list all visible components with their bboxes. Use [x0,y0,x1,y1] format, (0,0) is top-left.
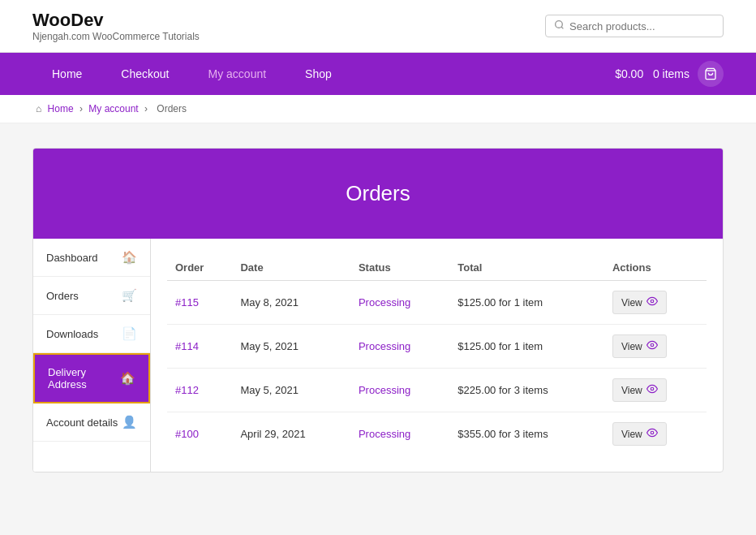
order-number: #114 [167,325,232,369]
order-status: Processing [350,325,449,369]
eye-icon [646,427,658,441]
search-icon [554,19,565,32]
cart-icon[interactable] [698,61,724,87]
svg-point-6 [651,432,654,435]
delivery-icon: 🏠 [120,371,135,386]
nav-shop[interactable]: Shop [286,53,351,95]
order-total: $125.00 for 1 item [449,281,604,325]
svg-point-4 [651,344,654,347]
orders-icon: 🛒 [122,288,137,303]
col-total: Total [449,255,604,281]
order-number: #100 [167,412,232,456]
table-row: #100 April 29, 2021 Processing $355.00 f… [167,412,707,456]
svg-point-3 [651,300,654,304]
view-button[interactable]: View [612,291,667,314]
orders-table-wrap: Order Date Status Total Actions #115 May… [151,239,723,472]
col-order: Order [167,255,232,281]
downloads-icon: 📄 [122,326,137,341]
site-branding: WooDev Njengah.com WooCommerce Tutorials [32,10,200,42]
orders-tbody: #115 May 8, 2021 Processing $125.00 for … [167,281,707,456]
table-row: #112 May 5, 2021 Processing $225.00 for … [167,369,707,412]
home-breadcrumb-icon: ⌂ [36,103,41,114]
order-status: Processing [350,281,449,325]
main-content: Orders Dashboard 🏠 Orders 🛒 Downloads 📄 [0,123,756,497]
breadcrumb-current: Orders [157,103,187,114]
order-actions: View [604,325,707,369]
nav-checkout[interactable]: Checkout [101,53,188,95]
cart-amount: $0.00 0 items [615,67,689,80]
order-date: April 29, 2021 [232,412,350,456]
table-row: #115 May 8, 2021 Processing $125.00 for … [167,281,707,325]
search-input[interactable] [569,20,715,32]
order-total: $355.00 for 3 items [449,412,604,456]
order-number: #112 [167,369,232,412]
col-actions: Actions [604,255,707,281]
breadcrumb-account[interactable]: My account [88,103,138,114]
table-header: Order Date Status Total Actions [167,255,707,281]
order-total: $125.00 for 1 item [449,325,604,369]
breadcrumb-sep1: › [79,103,85,114]
dashboard-icon: 🏠 [122,250,137,265]
view-button[interactable]: View [612,334,667,358]
order-actions: View [604,412,707,456]
nav-home[interactable]: Home [32,53,101,95]
main-nav: Home Checkout My account Shop $0.00 0 it… [0,53,756,95]
site-header: WooDev Njengah.com WooCommerce Tutorials [0,0,756,53]
eye-icon [646,296,658,309]
site-description: Njengah.com WooCommerce Tutorials [32,31,200,42]
page-title: Orders [49,181,707,206]
breadcrumb-sep2: › [144,103,150,114]
order-date: May 8, 2021 [232,281,350,325]
sidebar-item-delivery[interactable]: Delivery Address 🏠 [33,353,150,403]
order-date: May 5, 2021 [232,369,350,412]
col-date: Date [232,255,350,281]
orders-card: Orders Dashboard 🏠 Orders 🛒 Downloads 📄 [32,148,724,472]
order-actions: View [604,281,707,325]
sidebar-item-downloads[interactable]: Downloads 📄 [33,315,150,353]
eye-icon [646,339,658,353]
order-actions: View [604,369,707,412]
svg-point-0 [556,21,563,28]
eye-icon [646,383,658,397]
svg-point-5 [651,388,654,391]
orders-body: Dashboard 🏠 Orders 🛒 Downloads 📄 Deliver… [33,239,723,472]
account-sidebar: Dashboard 🏠 Orders 🛒 Downloads 📄 Deliver… [33,239,151,472]
table-row: #114 May 5, 2021 Processing $125.00 for … [167,325,707,369]
order-status: Processing [350,412,449,456]
svg-line-1 [561,27,563,28]
account-icon: 👤 [122,415,137,429]
breadcrumb: ⌂ Home › My account › Orders [0,95,756,123]
orders-header: Orders [33,149,723,239]
site-title: WooDev [32,10,200,31]
order-status: Processing [350,369,449,412]
order-link[interactable]: #100 [175,428,199,440]
sidebar-item-orders[interactable]: Orders 🛒 [33,277,150,315]
order-number: #115 [167,281,232,325]
nav-links: Home Checkout My account Shop [32,53,351,95]
orders-table: Order Date Status Total Actions #115 May… [167,255,707,455]
sidebar-item-account-details[interactable]: Account details 👤 [33,403,150,442]
nav-myaccount[interactable]: My account [189,53,286,95]
view-button[interactable]: View [612,422,667,446]
order-link[interactable]: #115 [175,296,199,308]
order-link[interactable]: #114 [175,340,199,352]
view-button[interactable]: View [612,378,667,402]
sidebar-item-dashboard[interactable]: Dashboard 🏠 [33,239,150,277]
search-form[interactable] [545,15,724,37]
breadcrumb-home[interactable]: Home [48,103,74,114]
order-date: May 5, 2021 [232,325,350,369]
col-status: Status [350,255,449,281]
order-link[interactable]: #112 [175,384,199,396]
cart-area: $0.00 0 items [615,61,724,87]
order-total: $225.00 for 3 items [449,369,604,412]
